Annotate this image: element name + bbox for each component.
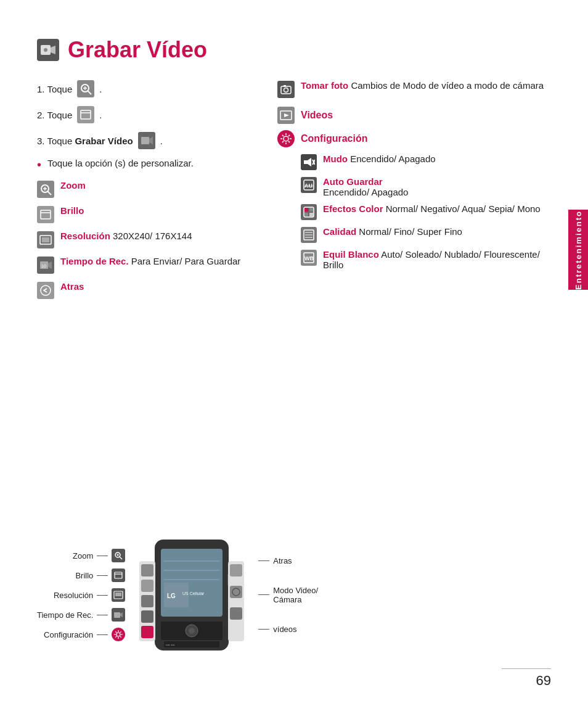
- diag-atras-right: Atras: [258, 556, 318, 565]
- diag-tiempo-icon: [112, 608, 125, 622]
- bullet-text: Toque la opción (s) de personalizar.: [47, 158, 194, 168]
- resolucion-text: Resolución 320X240/ 176X144: [60, 231, 192, 241]
- zoom-icon: [37, 181, 54, 198]
- equil-text: Equil Blanco Auto/ Soleado/ Nublado/ Flo…: [323, 249, 551, 270]
- step-1-period: .: [99, 84, 102, 94]
- config-icon: [277, 130, 295, 147]
- svg-rect-37: [309, 208, 313, 211]
- svg-point-2: [44, 48, 47, 52]
- resolucion-label: Resolución: [60, 231, 110, 241]
- svg-rect-15: [41, 210, 51, 219]
- page-container: Grabar Vídeo 1. Toque . 2.: [0, 0, 588, 706]
- feature-brillo: Brillo: [37, 205, 247, 223]
- svg-rect-79: [230, 586, 242, 598]
- resolucion-desc: 320X240/ 176X144: [113, 231, 192, 241]
- right-tomar: Tomar foto Cambios de Modo de vídeo a mo…: [277, 80, 551, 98]
- calidad-icon: [301, 227, 317, 243]
- diag-zoom-text: Zoom: [73, 551, 93, 560]
- brillo-icon: [37, 206, 54, 223]
- svg-text:AUTO: AUTO: [304, 184, 313, 188]
- mudo-icon: [301, 154, 317, 170]
- equil-label: Equil Blanco: [323, 249, 379, 260]
- diagram-container: Zoom Brillo: [37, 533, 526, 657]
- videos-icon: [277, 107, 295, 124]
- bullet-item: • Toque la opción (s) de personalizar.: [37, 158, 247, 171]
- svg-text:US Cellular: US Cellular: [182, 591, 205, 596]
- sub-list: Mudo Encendido/ Apagado AU AUTO A: [301, 154, 551, 270]
- tomar-label: Tomar foto: [301, 80, 348, 91]
- mudo-label: Mudo: [323, 154, 348, 164]
- svg-point-24: [284, 88, 288, 92]
- sub-autoguardar: AU AUTO Auto Guardar Encendido/ Apagado: [301, 176, 551, 197]
- svg-rect-75: [141, 610, 153, 623]
- feature-resolucion: Resolución 320X240/ 176X144: [37, 231, 247, 248]
- tiempo-desc: Para Enviar/ Para Guardar: [131, 256, 241, 266]
- left-column: 1. Toque . 2. Toque: [37, 80, 247, 306]
- efectos-label: Efectos Color: [323, 203, 383, 214]
- svg-line-4: [88, 91, 91, 94]
- svg-rect-78: [230, 564, 242, 577]
- svg-rect-29: [304, 160, 308, 164]
- step-2-icon: [77, 106, 94, 123]
- resolucion-icon: [37, 231, 54, 248]
- svg-line-12: [47, 191, 51, 195]
- diag-videos-right-text: vídeos: [273, 625, 296, 634]
- diag-res-icon: [112, 588, 125, 602]
- page-title: Grabar Vídeo: [68, 37, 207, 63]
- title-icon: [37, 39, 59, 61]
- svg-rect-36: [304, 208, 308, 211]
- feature-zoom: Zoom: [37, 180, 247, 198]
- efectos-icon: [301, 204, 317, 220]
- svg-rect-80: [230, 607, 242, 620]
- diag-brillo-text: Brillo: [75, 571, 93, 580]
- svg-rect-50: [115, 572, 122, 578]
- right-videos: Videos: [277, 107, 551, 124]
- svg-rect-53: [115, 593, 121, 596]
- tiempo-icon: 10: [37, 257, 54, 274]
- videos-label: Videos: [301, 110, 333, 121]
- step-1-icon: [77, 80, 94, 97]
- sub-calidad: Calidad Normal/ Fino/ Super Fino: [301, 226, 551, 243]
- atras-label: Atras: [60, 281, 84, 292]
- autoguardar-label: Auto Guardar: [323, 176, 383, 187]
- diag-atras-right-text: Atras: [273, 556, 292, 565]
- tomar-text: Tomar foto Cambios de Modo de vídeo a mo…: [301, 80, 544, 91]
- diag-config-text: Configuración: [44, 630, 93, 639]
- svg-rect-54: [114, 612, 120, 618]
- sub-mudo: Mudo Encendido/ Apagado: [301, 154, 551, 170]
- equil-icon: WB: [301, 250, 317, 266]
- svg-marker-1: [51, 46, 55, 54]
- sub-equil: WB Equil Blanco Auto/ Soleado/ Nublado/ …: [301, 249, 551, 270]
- diagram-right-labels: Atras Modo Video/Cámara vídeos: [258, 546, 318, 644]
- content-columns: 1. Toque . 2. Toque: [37, 80, 551, 306]
- right-column: Tomar foto Cambios de Modo de vídeo a mo…: [277, 80, 551, 306]
- tiempo-label: Tiempo de Rec.: [60, 256, 129, 266]
- tiempo-text: Tiempo de Rec. Para Enviar/ Para Guardar: [60, 256, 240, 266]
- diag-config-icon: [112, 628, 125, 641]
- diag-modo-text: Modo Video/Cámara: [273, 586, 318, 604]
- svg-marker-27: [284, 113, 289, 117]
- atras-icon: [37, 282, 54, 299]
- tomar-desc: Cambios de Modo de vídeo a modo de cámar…: [351, 80, 544, 91]
- sidebar-tab: Entretenimiento: [568, 210, 588, 290]
- diag-brillo: Brillo: [37, 568, 125, 582]
- diag-zoom: Zoom: [37, 549, 125, 562]
- step-1-text: 1. Toque: [37, 84, 72, 94]
- sidebar-tab-label: Entretenimiento: [574, 210, 583, 290]
- page-rule: [502, 668, 551, 669]
- autoguardar-text: Auto Guardar Encendido/ Apagado: [323, 176, 408, 197]
- right-config: Configuración: [277, 130, 551, 147]
- svg-line-47: [120, 557, 122, 559]
- diag-tiempo: Tiempo de Rec.: [37, 608, 125, 622]
- phone-diagram: LG US Cellular ▪▪▪ ▪▪▪: [130, 536, 253, 654]
- diag-zoom-icon: [112, 549, 125, 562]
- step-3-text: 3. Toque Grabar Vídeo: [37, 136, 133, 146]
- svg-marker-20: [48, 261, 52, 269]
- page-number: 69: [536, 673, 551, 689]
- svg-rect-39: [309, 213, 313, 216]
- step-2: 2. Toque .: [37, 106, 247, 123]
- mudo-text: Mudo Encendido/ Apagado: [323, 154, 436, 164]
- step-2-period: .: [99, 110, 102, 120]
- svg-rect-9: [141, 137, 149, 144]
- autoguardar-icon: AU AUTO: [301, 177, 317, 193]
